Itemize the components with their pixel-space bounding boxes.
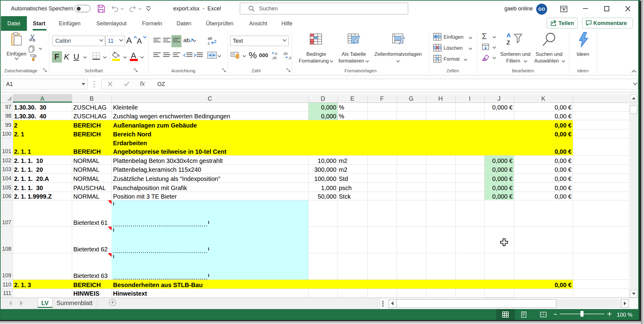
svg-text:,0: ,0 <box>288 56 291 60</box>
svg-text:ab: ab <box>183 37 190 43</box>
svg-text:Z: Z <box>507 39 510 46</box>
svg-text:A: A <box>507 32 511 38</box>
svg-text:ab: ab <box>208 36 212 41</box>
svg-text:,0: ,0 <box>274 52 277 56</box>
svg-text:,00: ,00 <box>283 52 287 56</box>
svg-text:,00: ,00 <box>272 56 276 60</box>
svg-text:c: c <box>208 41 210 45</box>
